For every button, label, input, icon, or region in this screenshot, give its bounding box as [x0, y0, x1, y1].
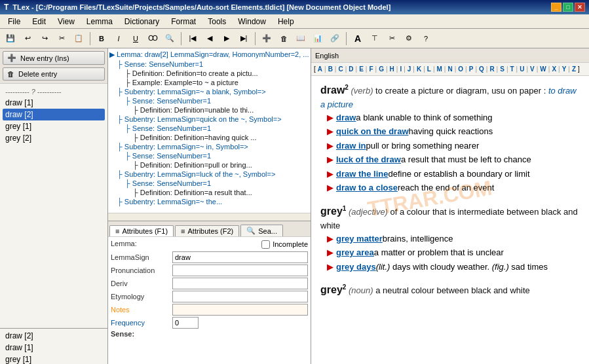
help-button[interactable]: ?: [418, 31, 434, 46]
menu-item-edit[interactable]: Edit: [27, 16, 51, 27]
tree-node[interactable]: ├ Subentry: LemmaSign=~ a blank, Symbol=…: [109, 87, 309, 96]
tree-node[interactable]: ├ Definition: Definition=to create a pic…: [109, 69, 309, 78]
menu-item-file[interactable]: File: [3, 16, 26, 27]
alpha-letter-t[interactable]: T: [508, 65, 516, 73]
alpha-letter-r[interactable]: R: [487, 65, 496, 73]
alpha-letter-w[interactable]: W: [538, 65, 548, 73]
tree-node[interactable]: ▶ Lemma: draw[2] LemmaSign=draw, Homonym…: [109, 50, 309, 60]
alpha-letter-m[interactable]: M: [435, 65, 444, 73]
alpha-letter-f[interactable]: F: [367, 65, 375, 73]
tree-node[interactable]: ├ Subentry: LemmaSign=quick on the ~, Sy…: [109, 115, 309, 124]
tree-node[interactable]: ├ Sense: SenseNumber=1: [109, 179, 309, 188]
close-button[interactable]: ✕: [575, 3, 585, 12]
tree-node[interactable]: ├ Definition: Definition=having quick ..…: [109, 133, 309, 142]
font-button[interactable]: Ꝏ: [145, 31, 161, 46]
frequency-input[interactable]: [172, 317, 199, 329]
tree-node[interactable]: ├ Definition: Definition=unable to thi..…: [109, 105, 309, 115]
last-button[interactable]: ▶|: [236, 31, 252, 46]
tree-node[interactable]: ├ Sense: SenseNumber=1: [109, 124, 309, 133]
deriv-input[interactable]: [172, 278, 308, 289]
lemmasign-input[interactable]: [172, 251, 308, 263]
alpha-letter-h[interactable]: H: [388, 65, 396, 73]
attr-tab[interactable]: ≡ Attributes (F2): [175, 225, 239, 236]
tree-node[interactable]: ├ Example: Example=to ~ a picture: [109, 78, 309, 87]
bottom-word-item[interactable]: draw [2]: [3, 330, 105, 342]
menu-item-dictionary[interactable]: Dictionary: [119, 16, 164, 27]
tree-node[interactable]: ├ Definition: Definition=pull or bring..…: [109, 160, 309, 170]
add-button[interactable]: ➕: [259, 31, 275, 46]
alpha-letter-b[interactable]: B: [326, 65, 335, 73]
cut-button[interactable]: ✂: [54, 31, 69, 46]
alpha-letter-g[interactable]: G: [377, 65, 386, 73]
tree-node[interactable]: ├ Sense: SenseNumber=1: [109, 60, 309, 69]
menu-item-view[interactable]: View: [52, 16, 80, 27]
search-button[interactable]: 🔍: [162, 31, 178, 46]
underline-button[interactable]: U: [128, 31, 143, 46]
copy-button[interactable]: 📋: [71, 31, 86, 46]
alpha-letter-u[interactable]: U: [518, 65, 526, 73]
settings-button[interactable]: ⚙: [401, 31, 417, 46]
letter-button[interactable]: A: [350, 31, 366, 46]
redo-button[interactable]: ↪: [37, 31, 52, 46]
save-button[interactable]: 💾: [3, 31, 18, 46]
first-button[interactable]: |◀: [185, 31, 200, 46]
prev-button[interactable]: ◀: [202, 31, 218, 46]
menu-item-format[interactable]: Format: [166, 16, 201, 27]
tree-scrollbar[interactable]: [108, 213, 311, 221]
alpha-letter-p[interactable]: P: [467, 65, 476, 73]
bold-button[interactable]: B: [94, 31, 109, 46]
new-entry-button[interactable]: ➕ New entry (Ins): [3, 51, 105, 65]
link-button[interactable]: 🔗: [327, 31, 343, 46]
tree-node[interactable]: ├ Definition: Definition=a result that..…: [109, 188, 309, 197]
tag-button[interactable]: ⊤: [367, 31, 383, 46]
etymology-input[interactable]: [172, 291, 308, 302]
scissors-button[interactable]: ✂: [384, 31, 400, 46]
dict-icon[interactable]: 📖: [293, 31, 309, 46]
word-item[interactable]: grey [2]: [3, 132, 105, 144]
alpha-letter-z[interactable]: Z: [570, 65, 578, 73]
alpha-letter-q[interactable]: Q: [477, 65, 486, 73]
alpha-letter-l[interactable]: L: [425, 65, 433, 73]
alpha-letter-k[interactable]: K: [415, 65, 423, 73]
next-button[interactable]: ▶: [219, 31, 235, 46]
tree-node[interactable]: ├ Sense: SenseNumber=1: [109, 96, 309, 105]
italic-button[interactable]: I: [111, 31, 126, 46]
delete-button[interactable]: 🗑: [276, 31, 292, 46]
alpha-letter-i[interactable]: I: [398, 65, 404, 73]
maximize-button[interactable]: □: [563, 3, 573, 12]
pronunciation-input[interactable]: [172, 264, 308, 276]
attr-tab[interactable]: 🔍 Sea...: [240, 225, 283, 236]
tree-area[interactable]: ▶ Lemma: draw[2] LemmaSign=draw, Homonym…: [108, 48, 311, 213]
word-item[interactable]: draw [1]: [3, 97, 105, 109]
incomplete-checkbox[interactable]: [261, 240, 270, 249]
alpha-letter-a[interactable]: A: [316, 65, 324, 73]
minimize-button[interactable]: _: [551, 3, 561, 12]
bottom-word-item[interactable]: grey [1]: [3, 354, 105, 364]
tree-node[interactable]: ├ Subentry: LemmaSign=~ the...: [109, 197, 309, 206]
alpha-letter-d[interactable]: D: [347, 65, 355, 73]
tree-node[interactable]: ├ Subentry: LemmaSign=luck of the ~, Sym…: [109, 170, 309, 179]
alpha-letter-v[interactable]: V: [528, 65, 537, 73]
word-item[interactable]: draw [2]: [3, 109, 105, 120]
delete-entry-button[interactable]: 🗑 Delete entry: [3, 67, 105, 81]
chart-button[interactable]: 📊: [310, 31, 326, 46]
alpha-letter-y[interactable]: Y: [560, 65, 569, 73]
alpha-letter-e[interactable]: E: [357, 65, 366, 73]
menu-item-help[interactable]: Help: [273, 16, 299, 27]
alpha-letter-j[interactable]: J: [406, 65, 413, 73]
menu-item-lemma[interactable]: Lemma: [81, 16, 118, 27]
attr-tab[interactable]: ≡ Attributes (F1): [109, 225, 174, 236]
menu-item-tools[interactable]: Tools: [202, 16, 231, 27]
tree-node[interactable]: ├ Sense: SenseNumber=1: [109, 151, 309, 160]
bottom-word-item[interactable]: draw [1]: [3, 342, 105, 354]
alpha-letter-o[interactable]: O: [456, 65, 465, 73]
alpha-letter-s[interactable]: S: [498, 65, 506, 73]
undo-button[interactable]: ↩: [20, 31, 35, 46]
menu-item-window[interactable]: Window: [233, 16, 271, 27]
tree-node[interactable]: ├ Subentry: LemmaSign=~ in, Symbol=>: [109, 142, 309, 151]
word-item[interactable]: grey [1]: [3, 120, 105, 132]
alpha-letter-c[interactable]: C: [336, 65, 345, 73]
notes-input[interactable]: [172, 304, 308, 316]
alpha-letter-n[interactable]: N: [446, 65, 454, 73]
alpha-letter-x[interactable]: X: [550, 65, 558, 73]
